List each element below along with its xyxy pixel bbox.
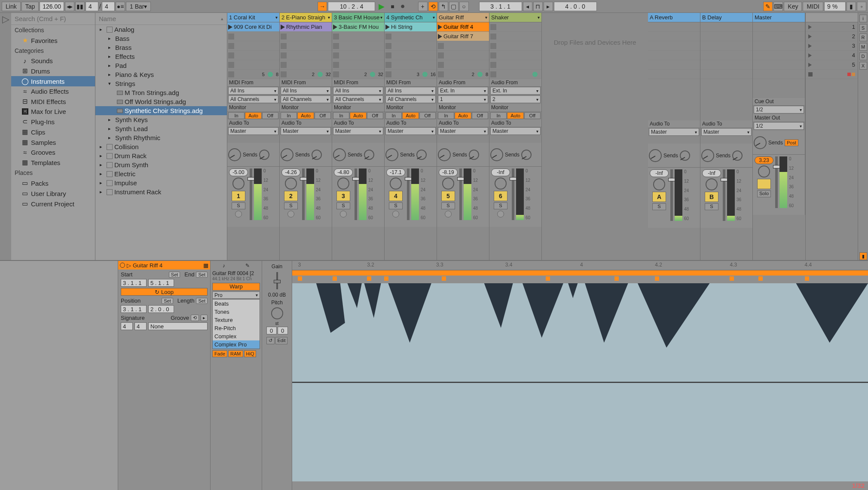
warp-mode-select[interactable]: Pro bbox=[212, 291, 260, 299]
track-activator[interactable]: B bbox=[705, 192, 718, 202]
solo-button[interactable]: Solo bbox=[757, 190, 771, 197]
metronome-icon[interactable]: ▮▮ bbox=[75, 2, 85, 11]
stop-icon[interactable] bbox=[385, 71, 391, 77]
stop-icon[interactable] bbox=[490, 43, 496, 49]
stop-icon[interactable] bbox=[490, 34, 496, 40]
midi-channel-select[interactable]: All Channels bbox=[385, 95, 436, 103]
groove-value[interactable]: None bbox=[148, 322, 208, 330]
disclosure-arrow[interactable]: ▸ bbox=[100, 27, 105, 32]
volume-fader[interactable] bbox=[723, 169, 725, 221]
category-templates[interactable]: ▦Templates bbox=[11, 157, 95, 168]
track-activator[interactable]: A bbox=[652, 192, 666, 202]
send-a-knob[interactable] bbox=[438, 148, 451, 161]
audio-channel-select[interactable]: 1 bbox=[438, 95, 488, 103]
warp-mode-option[interactable]: Complex Pro bbox=[213, 340, 260, 349]
loop-brace[interactable] bbox=[292, 270, 868, 276]
position-value[interactable]: 3 . 1 . 1 bbox=[121, 305, 147, 313]
stop-icon[interactable] bbox=[281, 71, 287, 77]
tree-item[interactable]: ▾Strings bbox=[95, 79, 227, 88]
category-drums[interactable]: ⊞Drums bbox=[11, 66, 95, 76]
send-b-knob[interactable] bbox=[680, 150, 690, 161]
warp-marker[interactable] bbox=[546, 276, 550, 281]
tree-item[interactable]: ▸Electric bbox=[95, 169, 227, 178]
stop-icon[interactable] bbox=[385, 52, 391, 58]
arm-button[interactable] bbox=[340, 211, 347, 217]
sig-denominator[interactable]: 4 bbox=[102, 2, 115, 11]
warp-markers[interactable] bbox=[292, 276, 868, 282]
clip-slot[interactable]: Rhythmic Pian bbox=[280, 22, 332, 32]
category-plug-ins[interactable]: ⊂Plug-Ins bbox=[11, 116, 95, 127]
solo-button[interactable]: S bbox=[652, 203, 666, 210]
stop-icon[interactable] bbox=[385, 62, 391, 68]
clip-slot[interactable]: Guitar Riff 4 bbox=[437, 22, 489, 32]
session-arrangement-toggle[interactable]: ▮ bbox=[859, 252, 867, 260]
clip-slot[interactable] bbox=[489, 51, 541, 60]
song-position[interactable]: 10 . 2 . 4 bbox=[328, 2, 375, 11]
category-instruments[interactable]: ◯Instruments bbox=[11, 76, 95, 86]
category-midi-effects[interactable]: ⊟MIDI Effects bbox=[11, 96, 95, 107]
cue-out-select[interactable]: 1/2 bbox=[754, 106, 804, 113]
audio-from-select[interactable]: Ext. In bbox=[438, 87, 488, 95]
pan-knob[interactable] bbox=[758, 165, 770, 178]
send-b-knob[interactable] bbox=[416, 150, 427, 160]
length-set[interactable]: Set bbox=[196, 298, 208, 304]
pitch-semitones[interactable]: 0 bbox=[266, 327, 277, 334]
disclosure-arrow[interactable]: ▸ bbox=[108, 63, 113, 68]
mixer-toggle[interactable]: M bbox=[859, 43, 867, 51]
stop-icon[interactable] bbox=[438, 71, 444, 77]
reverse-button[interactable]: ↺ bbox=[266, 337, 275, 344]
volume-fader[interactable] bbox=[459, 168, 462, 220]
warp-mode-option[interactable]: Tones bbox=[213, 308, 260, 316]
clip-slot[interactable]: Hi String bbox=[385, 22, 437, 32]
loop-switch[interactable]: ⊓ bbox=[533, 2, 543, 11]
warp-marker[interactable] bbox=[614, 276, 619, 281]
warp-marker[interactable] bbox=[730, 276, 734, 281]
warp-mode-menu[interactable]: BeatsTonesTextureRe-PitchComplexComplex … bbox=[212, 299, 260, 349]
volume-value[interactable]: -Inf bbox=[491, 168, 510, 176]
warp-mode-option[interactable]: Beats bbox=[213, 300, 260, 308]
stop-icon[interactable] bbox=[490, 71, 496, 77]
solo-button[interactable]: S bbox=[441, 202, 455, 209]
clip-slot[interactable] bbox=[489, 32, 541, 41]
warp-marker[interactable] bbox=[298, 276, 302, 281]
io-toggle[interactable]: i bbox=[859, 15, 867, 22]
tree-item[interactable]: ▸Impulse bbox=[95, 178, 227, 187]
clip-stop-row[interactable]: 5 8 bbox=[227, 70, 279, 79]
stop-icon[interactable] bbox=[333, 34, 339, 40]
audio-channel-select[interactable]: 2 bbox=[490, 95, 541, 103]
arm-button[interactable] bbox=[287, 211, 294, 217]
warp-marker[interactable] bbox=[333, 276, 337, 281]
audio-from-select[interactable]: Ext. In bbox=[490, 87, 541, 95]
volume-value[interactable]: -8.19 bbox=[439, 168, 458, 176]
disclosure-arrow[interactable]: ▸ bbox=[108, 117, 113, 122]
track-header[interactable]: 2 E-Piano Straigh ▾ bbox=[280, 13, 332, 22]
disclosure-arrow[interactable]: ▸ bbox=[108, 126, 113, 132]
disclosure-arrow[interactable]: ▸ bbox=[100, 171, 105, 177]
post-button[interactable]: Post bbox=[785, 139, 798, 146]
monitor-off[interactable]: Off bbox=[262, 112, 278, 119]
keyboard-icon[interactable]: ⌨ bbox=[773, 2, 783, 11]
time-ruler[interactable]: 33.23.33.444.24.34.4 bbox=[292, 261, 868, 270]
scene-stop-all[interactable] bbox=[806, 70, 858, 79]
notes-tab-icon[interactable]: ♪ bbox=[223, 263, 225, 269]
scene-launch[interactable]: 3 bbox=[806, 41, 858, 51]
clip-slot[interactable] bbox=[489, 22, 541, 32]
draw-mode[interactable]: ✎ bbox=[763, 2, 773, 11]
edit-button[interactable]: Edit bbox=[275, 337, 288, 344]
disclosure-arrow[interactable]: ▸ bbox=[108, 45, 113, 50]
loop-length[interactable]: 4 . 0 . 0 bbox=[554, 2, 597, 11]
track-header[interactable]: Guitar Riff ▾ bbox=[437, 13, 489, 22]
monitor-in[interactable]: In bbox=[228, 112, 245, 119]
stop-icon[interactable] bbox=[228, 62, 234, 68]
clip-slot[interactable] bbox=[489, 41, 541, 51]
clip-slot[interactable] bbox=[227, 32, 279, 41]
tree-item[interactable]: ▸Bass bbox=[95, 34, 227, 43]
clip-slot[interactable] bbox=[385, 41, 437, 51]
scene-play-icon[interactable] bbox=[808, 34, 812, 39]
stop-icon[interactable] bbox=[385, 43, 391, 49]
tree-item[interactable]: ▸Effects bbox=[95, 52, 227, 61]
arm-button[interactable] bbox=[497, 211, 504, 217]
disclosure-arrow[interactable]: ▸ bbox=[100, 162, 105, 168]
solo-button[interactable]: S bbox=[389, 202, 403, 209]
place-packs[interactable]: ▭Packs bbox=[11, 178, 95, 188]
